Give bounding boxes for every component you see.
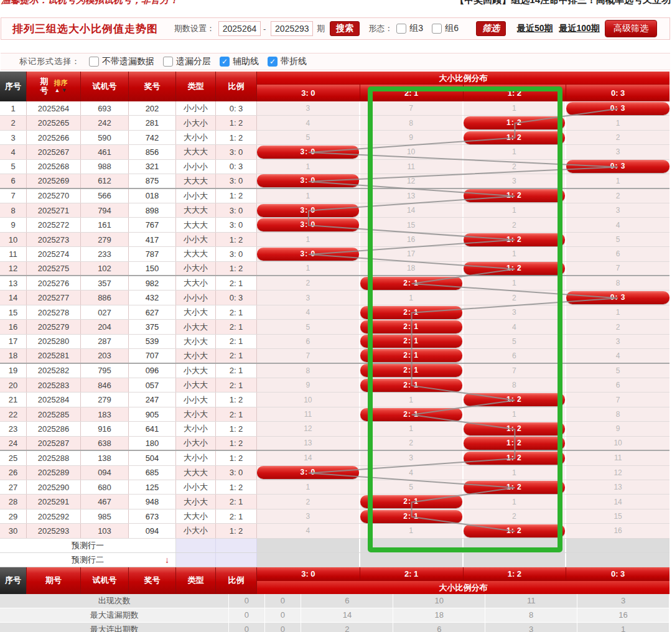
type-cell: 大小大 (176, 305, 216, 319)
mark-checkbox[interactable]: ✓辅助线 (220, 56, 259, 67)
miss-count: 11 (407, 162, 414, 171)
distribution-cell: 1: 2 (464, 233, 567, 246)
hit-bar: 1: 2 (464, 481, 566, 494)
checked-checkbox-icon[interactable]: ✓ (220, 57, 230, 67)
prediction-input-cell[interactable] (216, 553, 257, 567)
hit-bar: 0: 3 (566, 160, 670, 173)
ratio-cell: 2: 1 (216, 364, 257, 378)
unchecked-checkbox-icon[interactable] (163, 57, 173, 67)
distribution-cell: 1 (464, 203, 567, 217)
table-row: 202025283846057小大大2: 192: 186 (0, 378, 670, 393)
sort-control[interactable]: 排序 ▲▼ (54, 80, 68, 93)
table-row: 122025275102150小大小1: 21181: 27 (0, 262, 670, 276)
period-cell: 2025275 (27, 262, 81, 275)
search-button[interactable]: 搜索 (330, 21, 360, 36)
prediction-input-cell[interactable] (216, 539, 257, 552)
seq-cell: 4 (0, 145, 27, 159)
distribution-cell: 1 (464, 276, 567, 290)
miss-count: 6 (306, 337, 310, 346)
down-arrow-icon[interactable]: ↓ (165, 555, 169, 565)
unchecked-checkbox-icon[interactable] (432, 24, 442, 34)
seq-cell: 22 (0, 407, 27, 421)
seq-cell: 10 (0, 233, 27, 246)
period-from-input[interactable] (218, 21, 261, 36)
seq-cell: 20 (0, 378, 27, 392)
miss-count: 11 (614, 453, 622, 462)
miss-count: 4 (409, 468, 413, 477)
recent-100-link[interactable]: 最近100期 (559, 23, 600, 34)
seq-cell: 13 (0, 276, 27, 290)
seq-cell: 18 (0, 349, 27, 362)
unchecked-checkbox-icon[interactable] (89, 57, 99, 67)
sort-label[interactable]: 排序 (54, 80, 68, 86)
mark-checkbox[interactable]: 遗漏分层 (163, 56, 211, 67)
distribution-cell: 3 (464, 174, 567, 187)
distribution-cell: 1 (566, 305, 670, 319)
period-to-input[interactable] (271, 21, 313, 36)
filter-button[interactable]: 筛选 (476, 21, 506, 36)
test-number-cell: 693 (81, 101, 129, 115)
distribution-cell: 3: 0 (257, 174, 360, 187)
miss-count: 1 (409, 526, 413, 535)
distribution-cell: 2 (464, 218, 567, 231)
table-row: 182025281203707大小大2: 172: 164 (0, 349, 670, 363)
pattern-checkbox[interactable]: 组6 (432, 23, 459, 34)
prize-number-cell: 707 (129, 349, 176, 362)
table-row: 212025284279247小小大1: 21011: 27 (0, 393, 670, 407)
period-cell: 2025278 (27, 305, 81, 319)
test-number-cell: 203 (81, 349, 129, 362)
distribution-cell: 6 (566, 378, 670, 392)
stat-row: 最大连出期数002631 (0, 623, 670, 632)
miss-count: 3 (616, 206, 620, 215)
table-row: 42025267461856大大大3: 03: 01013 (0, 145, 670, 159)
prediction-input-cell[interactable] (176, 553, 216, 567)
miss-count: 1 (512, 498, 516, 506)
period-cell: 2025266 (27, 131, 81, 144)
ratio-cell: 3: 0 (216, 145, 257, 159)
checkbox-label: 组3 (409, 23, 423, 34)
distribution-cell: 3 (257, 290, 360, 304)
unchecked-checkbox-icon[interactable] (396, 24, 406, 34)
miss-count: 18 (407, 264, 415, 272)
prediction-input-cell[interactable] (176, 539, 216, 552)
mark-checkbox[interactable]: 不带遗漏数据 (89, 56, 154, 67)
test-number-cell: 094 (81, 466, 129, 480)
recent-50-link[interactable]: 最近50期 (517, 23, 553, 34)
pattern-checkbox[interactable]: 组3 (396, 23, 423, 34)
checked-checkbox-icon[interactable]: ✓ (268, 57, 278, 67)
miss-count: 2 (306, 498, 310, 506)
sort-desc-icon[interactable]: ▼ (62, 87, 67, 93)
advanced-filter-button[interactable]: 高级筛选 (605, 20, 657, 37)
type-cell: 大小大 (176, 349, 216, 362)
distribution-cell: 5 (566, 364, 670, 378)
distribution-cell: 16 (566, 524, 670, 537)
table-row: 192025282795096小大大2: 182: 175 (0, 364, 670, 378)
seq-cell: 11 (0, 247, 27, 261)
miss-count: 1 (512, 104, 516, 113)
prize-number-cell: 321 (129, 160, 176, 174)
type-cell: 大小小 (176, 451, 216, 465)
type-cell: 大大大 (176, 203, 216, 217)
period-cell: 2025282 (27, 364, 81, 378)
test-number-cell: 794 (81, 203, 129, 217)
page-title: 排列三组选大小比例值走势图 (12, 22, 158, 36)
distribution-cell: 9 (257, 378, 360, 392)
distribution-cell: 10 (257, 393, 360, 406)
type-cell: 小大小 (176, 437, 216, 450)
test-number-cell: 566 (81, 189, 129, 203)
distribution-cell: 9 (360, 131, 464, 144)
period-cell: 2025292 (27, 509, 81, 523)
distribution-cell: 2 (566, 320, 670, 333)
sort-asc-icon[interactable]: ▲ (55, 87, 60, 93)
table-row: 132025276357982大大小2: 122: 118 (0, 276, 670, 290)
miss-count: 11 (304, 410, 312, 419)
period-cell: 2025269 (27, 174, 81, 187)
miss-count: 5 (306, 133, 310, 142)
miss-count: 1 (512, 206, 516, 215)
period-suffix-label: 期 (317, 23, 325, 34)
type-cell: 大大大 (176, 145, 216, 159)
distribution-cell: 2: 1 (360, 378, 464, 392)
stat-distribution-value: 10 (393, 594, 485, 608)
miss-count: 7 (616, 264, 620, 272)
mark-checkbox[interactable]: ✓带折线 (268, 56, 307, 67)
